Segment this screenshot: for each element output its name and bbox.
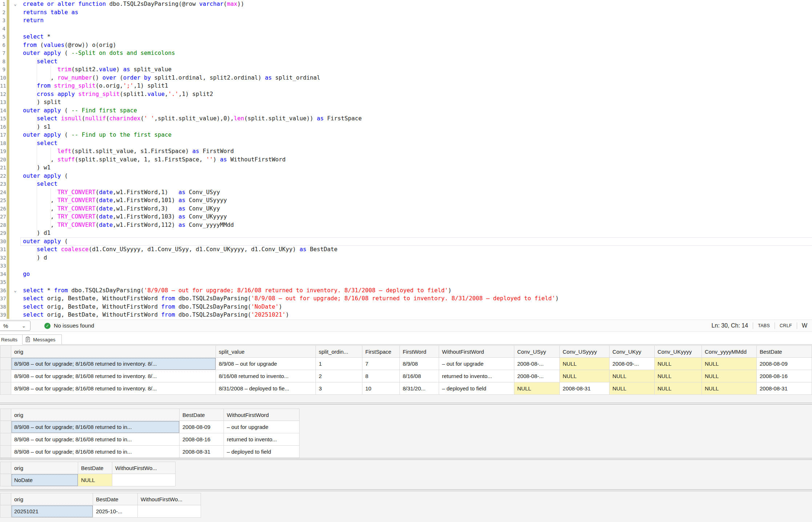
- grid-cell[interactable]: 2008-08-09: [180, 421, 224, 433]
- selected-cell[interactable]: 20251021: [11, 505, 93, 518]
- code-line[interactable]: 29 ) d1: [0, 229, 812, 237]
- code-line[interactable]: 18 select: [0, 139, 812, 148]
- grid-header-cell[interactable]: FirstSpace: [362, 346, 400, 358]
- selected-cell[interactable]: 8/9/08 – out for upgrade; 8/16/08 return…: [11, 358, 216, 370]
- grid-row-header[interactable]: [0, 382, 11, 395]
- grid-cell[interactable]: 10: [362, 382, 400, 395]
- grid-cell[interactable]: 1: [316, 358, 362, 370]
- code-line[interactable]: 10 , row_number() over (order by split1.…: [0, 74, 812, 82]
- grid-cell[interactable]: NULL: [655, 382, 702, 395]
- grid-cell[interactable]: 8/9/08: [400, 358, 439, 370]
- code-line[interactable]: 5select *: [0, 33, 812, 41]
- code-line[interactable]: 1⌄create or alter function dbo.TSQL2sDay…: [0, 0, 812, 8]
- code-line[interactable]: 11 from string_split(o.orig,';',1) split…: [0, 82, 812, 90]
- grid-header-cell[interactable]: FirstWord: [400, 346, 439, 358]
- code-line[interactable]: 27 , TRY_CONVERT(date,w1.FirstWord,103) …: [0, 213, 812, 221]
- grid-cell[interactable]: 8/16/08: [400, 370, 439, 382]
- code-line[interactable]: 30outer apply (: [0, 237, 812, 246]
- grid-cell[interactable]: returned to invento...: [439, 370, 514, 382]
- grid-cell[interactable]: 2008-08-31: [757, 382, 812, 395]
- grid-row-header[interactable]: [0, 505, 11, 518]
- grid-cell[interactable]: 2008-09-...: [610, 358, 655, 370]
- grid-cell[interactable]: NULL: [655, 370, 702, 382]
- grid-cell[interactable]: 3: [316, 382, 362, 395]
- grid-cell[interactable]: – deployed to field: [224, 446, 300, 458]
- grid-header-cell[interactable]: Conv_yyyyMMdd: [702, 346, 757, 358]
- code-line[interactable]: 38select orig, BestDate, WithoutFirstWor…: [0, 303, 812, 311]
- grid-header-cell[interactable]: WithoutFirstWo...: [112, 462, 176, 474]
- select-all-corner[interactable]: [0, 409, 11, 421]
- zoom-level-dropdown[interactable]: % ⌄: [0, 321, 31, 331]
- code-line[interactable]: 25 , TRY_CONVERT(date,w1.FirstWord,101) …: [0, 196, 812, 205]
- grid-cell[interactable]: 2: [316, 370, 362, 382]
- grid-header-cell[interactable]: BestDate: [180, 409, 224, 421]
- grid-cell[interactable]: 8/9/08 – out for upgrade; 8/16/08 return…: [11, 446, 180, 458]
- code-line[interactable]: 8 select: [0, 57, 812, 66]
- code-line[interactable]: 13 ) split: [0, 98, 812, 107]
- code-line[interactable]: 9 trim(split2.value) as split_value: [0, 65, 812, 74]
- grid-cell[interactable]: [138, 505, 201, 518]
- code-line[interactable]: 23 select: [0, 180, 812, 188]
- tab-messages[interactable]: Messages: [23, 334, 62, 345]
- grid-header-cell[interactable]: orig: [11, 462, 78, 474]
- grid-splitter[interactable]: [0, 403, 812, 405]
- grid-cell[interactable]: [112, 474, 176, 486]
- grid-row-header[interactable]: [0, 421, 11, 433]
- grid-header-cell[interactable]: Conv_UKyy: [610, 346, 655, 358]
- code-line[interactable]: 14outer apply ( -- Find first space: [0, 107, 812, 115]
- code-line[interactable]: 36⌄select * from dbo.TSQL2sDayParsing('8…: [0, 286, 812, 295]
- code-line[interactable]: 21 ) w1: [0, 164, 812, 172]
- code-line[interactable]: 33: [0, 262, 812, 270]
- grid-header-cell[interactable]: WithoutFirstWord: [224, 409, 300, 421]
- code-line[interactable]: 16 ) s1: [0, 123, 812, 131]
- code-line[interactable]: 35: [0, 278, 812, 286]
- grid-header-cell[interactable]: split_ordin...: [316, 346, 362, 358]
- select-all-corner[interactable]: [0, 493, 11, 505]
- code-line[interactable]: 39select orig, BestDate, WithoutFirstWor…: [0, 311, 812, 319]
- grid-row-header[interactable]: [0, 446, 11, 458]
- grid-row-header[interactable]: [0, 370, 11, 382]
- grid-header-cell[interactable]: split_value: [216, 346, 316, 358]
- grid-header-cell[interactable]: orig: [11, 346, 216, 358]
- code-line[interactable]: 19 left(split.split_value, s1.FirstSpace…: [0, 147, 812, 156]
- grid-cell[interactable]: 2008-08-09: [757, 358, 812, 370]
- code-line[interactable]: 7outer apply ( --Split on dots and semic…: [0, 49, 812, 57]
- grid-header-cell[interactable]: orig: [11, 493, 93, 505]
- code-line[interactable]: 4: [0, 25, 812, 33]
- grid-header-cell[interactable]: WithoutFirstWo...: [138, 493, 201, 505]
- grid-cell[interactable]: – out for upgrade: [439, 358, 514, 370]
- fold-chevron-icon[interactable]: ⌄: [12, 286, 19, 295]
- issues-status[interactable]: ✓ No issues found: [44, 322, 94, 329]
- grid-header-cell[interactable]: Conv_USyyyy: [560, 346, 610, 358]
- select-all-corner[interactable]: [0, 346, 11, 358]
- grid-cell[interactable]: – deployed to field: [439, 382, 514, 395]
- grid-header-cell[interactable]: BestDate: [78, 462, 112, 474]
- grid-cell[interactable]: returned to invento...: [224, 433, 300, 446]
- code-line[interactable]: 15 select isnull(nullif(charindex(' ',sp…: [0, 115, 812, 123]
- grid-cell[interactable]: 8/9/08 – out for upgrade: [216, 358, 316, 370]
- code-line[interactable]: 3return: [0, 16, 812, 25]
- cursor-position[interactable]: Ln: 30, Ch: 14: [707, 322, 753, 329]
- encoding[interactable]: W: [797, 322, 812, 329]
- grid-splitter[interactable]: [0, 489, 812, 491]
- grid-cell[interactable]: NULL: [655, 358, 702, 370]
- grid-header-cell[interactable]: WithoutFirstWord: [439, 346, 514, 358]
- grid-cell[interactable]: 7: [362, 358, 400, 370]
- code-line[interactable]: 26 , TRY_CONVERT(date,w1.FirstWord,3) as…: [0, 205, 812, 213]
- grid-header-cell[interactable]: orig: [11, 409, 180, 421]
- tab-results[interactable]: Results: [0, 334, 23, 345]
- grid-cell[interactable]: NULL: [702, 370, 757, 382]
- code-line[interactable]: 37select orig, BestDate, WithoutFirstWor…: [0, 294, 812, 303]
- selected-cell[interactable]: NoDate: [11, 474, 78, 486]
- grid-cell[interactable]: – out for upgrade: [224, 421, 300, 433]
- grid-cell[interactable]: 2008-08-...: [514, 358, 560, 370]
- code-line[interactable]: 6from (values(@row)) o(orig): [0, 41, 812, 49]
- grid-row-header[interactable]: [0, 474, 11, 486]
- grid-cell[interactable]: NULL: [514, 382, 560, 395]
- grid-cell[interactable]: NULL: [560, 370, 610, 382]
- grid-row-header[interactable]: [0, 358, 11, 370]
- grid-header-cell[interactable]: Conv_UKyyyy: [655, 346, 702, 358]
- grid-cell[interactable]: 2008-08-16: [180, 433, 224, 446]
- grid-splitter[interactable]: [0, 458, 812, 460]
- code-line[interactable]: 12 cross apply string_split(split1.value…: [0, 90, 812, 99]
